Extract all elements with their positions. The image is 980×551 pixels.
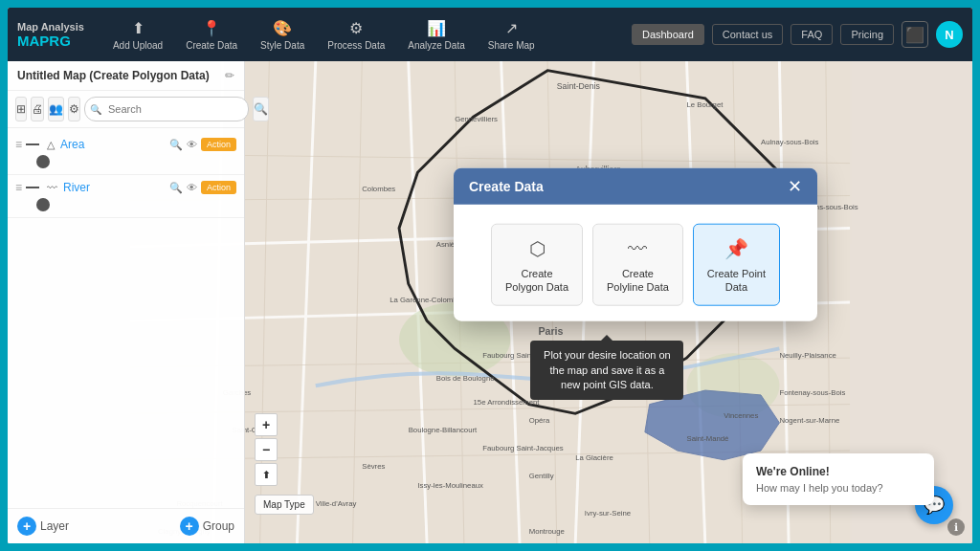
svg-text:Fontenay-sous-Bois: Fontenay-sous-Bois: [779, 388, 845, 397]
svg-text:Bois de Boulogne: Bois de Boulogne: [436, 374, 495, 383]
modal-header: Create Data ✕: [454, 167, 817, 204]
contact-btn[interactable]: Contact us: [712, 24, 784, 45]
avatar: N: [936, 21, 963, 48]
svg-text:Colombes: Colombes: [362, 185, 395, 193]
svg-text:Aulnay-sous-Bois: Aulnay-sous-Bois: [761, 138, 818, 146]
sidebar: Untitled Map (Create Polygon Data) ✏ ⊞ 🖨…: [8, 61, 245, 543]
settings-btn[interactable]: ⚙: [68, 97, 80, 121]
polygon-btn-label: CreatePolygon Data: [505, 266, 568, 294]
faq-btn[interactable]: FAQ: [791, 24, 833, 45]
brand: Map Analysis MAPRG: [17, 21, 84, 49]
polygon-btn-icon: ⬡: [529, 235, 546, 260]
edit-title-icon[interactable]: ✏: [225, 69, 234, 82]
svg-text:Issy-les-Moulineaux: Issy-les-Moulineaux: [417, 481, 483, 490]
brand-label: Map Analysis: [17, 21, 84, 33]
tool-add-upload[interactable]: ⬆ Add Upload: [103, 15, 172, 55]
people-btn[interactable]: 👥: [48, 97, 64, 121]
share-map-icon: ↗: [505, 19, 518, 37]
add-group-icon: +: [180, 517, 199, 536]
tool-share-map[interactable]: ↗ Share Map: [479, 15, 545, 55]
layer-eye-river[interactable]: 👁: [187, 182, 197, 193]
layer-color-river: [26, 187, 39, 188]
chat-area: We're Online! How may I help you today? …: [915, 486, 953, 524]
search-wrap: [84, 97, 249, 121]
layer-dot-river: [36, 198, 50, 211]
layer-action-river[interactable]: Action: [201, 181, 236, 194]
layer-name-area[interactable]: Area: [60, 138, 166, 151]
svg-text:Saint-Denis: Saint-Denis: [557, 81, 601, 91]
svg-text:Paris: Paris: [538, 325, 563, 337]
add-group-btn[interactable]: + Group: [180, 517, 234, 536]
polygon-icon: △: [47, 139, 55, 151]
point-btn-icon: 📌: [724, 235, 748, 260]
chat-widget[interactable]: We're Online! How may I help you today?: [743, 453, 934, 505]
layer-item-river: ≡ 〰 River 🔍 👁 Action: [8, 175, 244, 218]
layer-name-river[interactable]: River: [63, 181, 166, 194]
create-point-btn[interactable]: 📌 Create PointData: [693, 223, 780, 306]
search-input[interactable]: [84, 97, 249, 121]
modal-body: ⬡ CreatePolygon Data 〰 CreatePolyline Da…: [454, 204, 817, 321]
create-polygon-btn[interactable]: ⬡ CreatePolygon Data: [491, 223, 583, 306]
sidebar-toolbar: ⊞ 🖨 👥 ⚙ 🔍: [8, 91, 244, 128]
svg-text:Neuilly-Plaisance: Neuilly-Plaisance: [779, 351, 835, 360]
tool-process-data[interactable]: ⚙ Process Data: [318, 15, 394, 55]
tool-create-data[interactable]: 📍 Create Data: [176, 15, 247, 55]
layers-btn[interactable]: ⊞: [15, 97, 27, 121]
chat-online-label: We're Online!: [756, 465, 921, 478]
modal-close-btn[interactable]: ✕: [788, 177, 802, 194]
plugin-icon[interactable]: ⬛: [902, 21, 928, 48]
create-data-icon: 📍: [202, 19, 221, 37]
drag-handle-river[interactable]: ≡: [15, 181, 22, 194]
process-data-icon: ⚙: [349, 19, 363, 37]
sidebar-header: Untitled Map (Create Polygon Data) ✏: [8, 61, 244, 91]
tool-style-data[interactable]: 🎨 Style Data: [251, 15, 314, 55]
print-btn[interactable]: 🖨: [31, 97, 44, 121]
drag-handle-area[interactable]: ≡: [15, 138, 22, 151]
nav-right: Dashboard Contact us FAQ Pricing ⬛ N: [632, 21, 963, 48]
svg-text:Nogent-sur-Marne: Nogent-sur-Marne: [779, 416, 839, 425]
search-btn[interactable]: 🔍: [253, 97, 269, 121]
layer-zoom-area[interactable]: 🔍: [169, 139, 183, 151]
svg-text:Montrouge: Montrouge: [529, 527, 565, 536]
polyline-btn-icon: 〰: [628, 235, 647, 260]
layer-dot-area: [36, 155, 50, 168]
tooltip-text: Plot your desire location on the map and…: [544, 349, 671, 390]
svg-text:Gennevilliers: Gennevilliers: [455, 115, 498, 123]
add-layer-btn[interactable]: + Layer: [17, 517, 69, 536]
sidebar-title: Untitled Map (Create Polygon Data): [17, 69, 210, 82]
pan-btn[interactable]: ⬆: [255, 463, 278, 486]
layer-list: ≡ △ Area 🔍 👁 Action ≡: [8, 128, 244, 508]
svg-text:Ville-d'Avray: Ville-d'Avray: [316, 499, 357, 508]
analyze-data-icon: 📊: [427, 19, 446, 37]
layer-eye-area[interactable]: 👁: [187, 139, 197, 150]
zoom-out-btn[interactable]: −: [255, 438, 278, 461]
svg-text:Sèvres: Sèvres: [362, 462, 385, 471]
svg-text:La Glacière: La Glacière: [575, 453, 613, 462]
dashboard-btn[interactable]: Dashboard: [632, 24, 704, 45]
add-upload-icon: ⬆: [132, 19, 145, 37]
add-layer-icon: +: [17, 517, 36, 536]
map-type-badge[interactable]: Map Type: [255, 495, 314, 515]
layer-action-area[interactable]: Action: [201, 138, 236, 151]
layer-zoom-river[interactable]: 🔍: [169, 182, 183, 194]
svg-text:Saint-Mandé: Saint-Mandé: [686, 434, 728, 443]
map-controls: + − ⬆: [255, 413, 278, 486]
modal-title: Create Data: [469, 178, 544, 193]
main-area: Saint-Denis Le Bourget Aulnay-sous-Bois …: [8, 61, 972, 543]
layer-color-area: [26, 143, 39, 145]
pricing-btn[interactable]: Pricing: [840, 24, 894, 45]
zoom-in-btn[interactable]: +: [255, 413, 278, 436]
create-polyline-btn[interactable]: 〰 CreatePolyline Data: [592, 223, 683, 306]
navbar: Map Analysis MAPRG ⬆ Add Upload 📍 Create…: [8, 8, 972, 61]
style-data-icon: 🎨: [273, 19, 292, 37]
tool-analyze-data[interactable]: 📊 Analyze Data: [398, 15, 474, 55]
create-data-modal: Create Data ✕ ⬡ CreatePolygon Data 〰 Cre…: [454, 167, 817, 321]
svg-text:Gentilly: Gentilly: [529, 472, 554, 480]
tooltip-box: Plot your desire location on the map and…: [530, 341, 683, 400]
sidebar-footer: + Layer + Group: [8, 508, 244, 543]
svg-text:Ivry-sur-Seine: Ivry-sur-Seine: [585, 509, 631, 518]
nav-tools: ⬆ Add Upload 📍 Create Data 🎨 Style Data …: [103, 15, 632, 55]
chat-help-label: How may I help you today?: [756, 482, 921, 494]
point-btn-label: Create PointData: [707, 266, 766, 294]
svg-text:Le Bourget: Le Bourget: [686, 100, 724, 109]
